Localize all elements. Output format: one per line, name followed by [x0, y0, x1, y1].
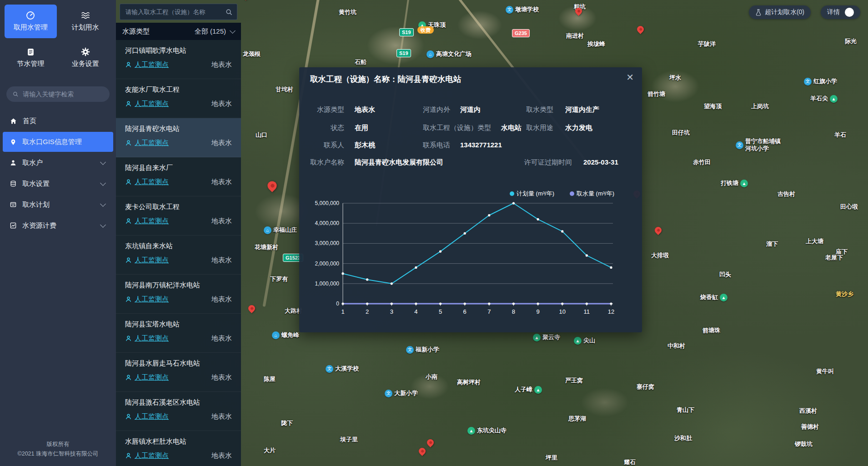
- station-name: 陆河县激石溪老区水电站: [125, 392, 232, 407]
- sidebar-search[interactable]: [6, 86, 110, 102]
- map-label: 打铁塘▲: [721, 179, 748, 187]
- detail-toggle[interactable]: 详情: [821, 5, 860, 19]
- monitor-point-link[interactable]: 人工监测点: [125, 295, 169, 304]
- monitor-point-link[interactable]: 人工监测点: [125, 217, 169, 225]
- monitor-point-label: 人工监测点: [135, 295, 169, 304]
- map-label: ▲尖山: [574, 336, 595, 345]
- list-item-station[interactable]: 友能水厂取水工程 人工监测点 地表水: [116, 79, 241, 118]
- map-label: 烧香缸▲: [700, 293, 728, 301]
- list-item-station[interactable]: 陆河县水唇走马石水电站 人工监测点 地表水: [116, 353, 241, 392]
- nav-item-intake-plan[interactable]: 取水计划: [3, 195, 113, 215]
- mountain-poi-icon: ▲: [533, 334, 541, 341]
- map-label: 小南: [426, 373, 437, 381]
- modal-fields: 水源类型地表水 河道内外河道内 取水类型河道内生产 状态在用 取水工程（设施）类…: [299, 93, 642, 175]
- person-icon: [125, 257, 132, 264]
- red-map-pin[interactable]: [426, 438, 435, 447]
- field-contact-person: 联系人彭木桃: [309, 141, 375, 150]
- red-map-pin[interactable]: [417, 446, 427, 456]
- svg-text:0: 0: [336, 301, 339, 307]
- svg-text:1: 1: [341, 308, 344, 315]
- svg-text:计划量 (m³/年): 计划量 (m³/年): [517, 190, 554, 197]
- nav-label: 取水户: [22, 159, 43, 167]
- nav-item-intake-settings[interactable]: 取水设置: [3, 174, 113, 194]
- detail-toggle-knob[interactable]: [845, 8, 854, 17]
- monitor-point-link[interactable]: 人工监测点: [125, 60, 169, 69]
- station-name: 陆河县南万镇杞洋水电站: [125, 275, 232, 290]
- monitor-point-link[interactable]: 人工监测点: [125, 412, 169, 421]
- over-plan-intake-button[interactable]: 超计划取水(0): [749, 5, 811, 19]
- field-user-name: 取水户名称陆河县青硿水电发展有限公司: [309, 158, 443, 167]
- module-tile-business-settings[interactable]: 业务设置: [60, 41, 112, 75]
- map-label: ▲天珠顶: [418, 21, 446, 29]
- nav-item-water-billing[interactable]: 水资源计费: [3, 215, 113, 236]
- list-item-station[interactable]: 陆河县青硿水电站 人工监测点 地表水: [116, 118, 241, 157]
- station-search-input[interactable]: [125, 8, 223, 16]
- map-label: 田仔坑: [672, 129, 690, 137]
- map-label: 黄竹坑: [339, 8, 356, 16]
- monitor-point-label: 人工监测点: [135, 256, 169, 265]
- list-item-station[interactable]: 陆河县南万镇杞洋水电站 人工监测点 地表水: [116, 275, 241, 314]
- monitor-point-link[interactable]: 人工监测点: [125, 139, 169, 147]
- map-label: 高树坪村: [457, 378, 481, 386]
- chevron-down-icon[interactable]: [100, 222, 106, 228]
- list-item-station[interactable]: 麦卡公司取水工程 人工监测点 地表水: [116, 196, 241, 236]
- station-name: 东坑镇自来水站: [125, 236, 232, 251]
- person-icon: [125, 413, 132, 420]
- legend-item[interactable]: 计划量 (m³/年): [510, 190, 554, 197]
- detail-label: 详情: [827, 8, 840, 16]
- list-item-station[interactable]: 陆河县自来水厂 人工监测点 地表水: [116, 157, 241, 196]
- field-source-type: 水源类型地表水: [309, 105, 375, 114]
- map-label: 凹头: [719, 271, 731, 279]
- list-item-station[interactable]: 陆河县激石溪老区水电站 人工监测点 地表水: [116, 392, 241, 431]
- nav-label: 首页: [23, 117, 36, 125]
- search-icon[interactable]: [226, 9, 232, 15]
- svg-text:9: 9: [536, 308, 539, 315]
- red-map-pin[interactable]: [241, 0, 251, 0]
- nav-item-intake-gis[interactable]: 取水口GIS信息管理: [3, 132, 113, 152]
- person-icon: [125, 61, 132, 68]
- module-tile-water-saving[interactable]: 节水管理: [5, 41, 57, 75]
- map-label: 善德村: [801, 423, 819, 431]
- nav-item-water-users[interactable]: 取水户: [3, 153, 113, 173]
- close-icon[interactable]: ✕: [626, 72, 634, 83]
- red-map-pin[interactable]: [653, 225, 663, 235]
- map-label: 文大新小学: [385, 389, 418, 397]
- list-item-station[interactable]: 水唇镇水栏肚水电站 人工监测点 地表水: [116, 431, 241, 466]
- location-pin-icon: [10, 139, 16, 145]
- list-item-station[interactable]: 陆河县宝塔水电站 人工监测点 地表水: [116, 314, 241, 353]
- red-map-pin[interactable]: [247, 304, 256, 313]
- chevron-down-icon[interactable]: [100, 159, 106, 165]
- filter-value-dropdown[interactable]: 全部 (125): [195, 27, 235, 36]
- flask-icon: [755, 9, 762, 16]
- list-item-station[interactable]: 河口镇唱歌潭水电站 人工监测点 地表水: [116, 40, 241, 79]
- station-search[interactable]: [120, 4, 237, 20]
- map-label: 陇下: [281, 419, 293, 427]
- nav-item-home[interactable]: 首页: [3, 111, 113, 131]
- map-label: 陈屋: [264, 375, 276, 383]
- monitor-point-link[interactable]: 人工监测点: [125, 178, 169, 186]
- monitor-point-link[interactable]: 人工监测点: [125, 373, 169, 382]
- monitor-point-label: 人工监测点: [135, 100, 169, 108]
- svg-text:6: 6: [463, 308, 467, 315]
- monitor-point-label: 人工监测点: [135, 373, 169, 382]
- monitor-point-link[interactable]: 人工监测点: [125, 334, 169, 343]
- waves-icon: [80, 11, 90, 20]
- monitor-point-link[interactable]: 人工监测点: [125, 451, 169, 460]
- monitor-point-link[interactable]: 人工监测点: [125, 256, 169, 265]
- map-label: ⌂幸福山庄: [264, 226, 297, 234]
- module-tile-water-use-management[interactable]: 取用水管理: [5, 5, 57, 38]
- plan-vs-actual-chart: 01,000,0002,000,0003,000,0004,000,0005,0…: [299, 181, 642, 331]
- map-label: 大排塅: [651, 251, 669, 260]
- monitor-point-link[interactable]: 人工监测点: [125, 100, 169, 108]
- chevron-down-icon[interactable]: [100, 201, 106, 207]
- list-item-station[interactable]: 东坑镇自来水站 人工监测点 地表水: [116, 236, 241, 275]
- red-map-pin[interactable]: [266, 179, 279, 192]
- legend-item[interactable]: 取水量 (m³/年): [570, 190, 614, 197]
- red-map-pin[interactable]: [636, 25, 645, 34]
- water-source-type: 地表水: [211, 334, 232, 343]
- module-tile-planned-water-use[interactable]: 计划用水: [60, 5, 112, 38]
- map-label: 际光: [845, 37, 857, 45]
- chevron-down-icon[interactable]: [100, 180, 106, 186]
- keyword-search-input[interactable]: [22, 90, 103, 98]
- red-map-pin[interactable]: [574, 6, 583, 16]
